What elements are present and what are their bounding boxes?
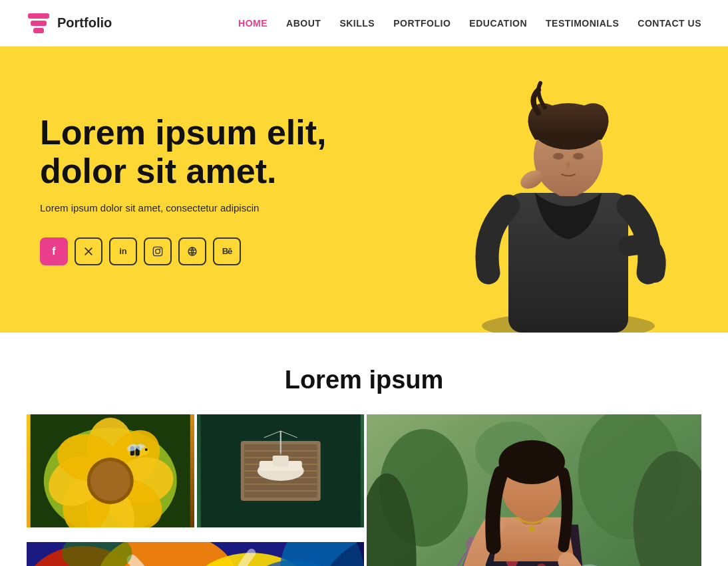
dribbble-icon — [187, 246, 198, 257]
nav-about[interactable]: ABOUT — [286, 18, 321, 29]
instagram-icon — [152, 246, 163, 257]
svg-point-66 — [498, 440, 564, 484]
svg-point-23 — [91, 461, 130, 501]
hero-title: Lorem ipsum elit, dolor sit amet. — [40, 114, 327, 190]
portfolio-title: Lorem ipsum — [27, 366, 701, 394]
hero-image — [409, 47, 728, 333]
svg-point-31 — [145, 448, 148, 451]
portfolio-item-3[interactable] — [367, 414, 701, 566]
logo-text: Portfolio — [57, 15, 112, 31]
svg-point-2 — [160, 248, 161, 249]
logo-layer-1 — [28, 13, 49, 19]
svg-point-9 — [553, 153, 564, 160]
portfolio-item-1[interactable] — [27, 414, 194, 527]
behance-button[interactable]: Bē — [213, 237, 241, 265]
hero-content: Lorem ipsum elit, dolor sit amet. Lorem … — [40, 114, 327, 265]
nav-skills[interactable]: SKILLS — [339, 18, 375, 29]
tattooed-woman-image — [367, 414, 701, 566]
social-icons: f in Bē — [40, 237, 327, 265]
main-nav: HOME ABOUT SKILLS PORTFOLIO EDUCATION TE… — [238, 18, 701, 29]
logo-layer-3 — [33, 28, 44, 33]
hero-subtitle: Lorem ipsum dolor sit amet, consectetur … — [40, 202, 327, 213]
hero-section: Lorem ipsum elit, dolor sit amet. Lorem … — [0, 47, 728, 333]
svg-rect-48 — [272, 456, 288, 466]
nav-portfolio[interactable]: PORTFOLIO — [393, 18, 451, 29]
facebook-button[interactable]: f — [40, 237, 68, 265]
svg-point-67 — [529, 526, 535, 532]
logo-layer-2 — [31, 21, 47, 26]
aerial-dock-image — [197, 414, 365, 527]
portfolio-section: Lorem ipsum — [0, 333, 728, 566]
nav-education[interactable]: EDUCATION — [469, 18, 527, 29]
nav-testimonials[interactable]: TESTIMONIALS — [546, 18, 619, 29]
nav-home[interactable]: HOME — [238, 18, 268, 29]
abstract-painting-image — [27, 542, 364, 566]
svg-point-81 — [62, 542, 132, 566]
svg-point-10 — [573, 153, 584, 160]
instagram-button[interactable] — [144, 237, 172, 265]
linkedin-button[interactable]: in — [109, 237, 137, 265]
svg-point-1 — [156, 249, 160, 253]
flower-bee-image — [27, 414, 194, 527]
header: Portfolio HOME ABOUT SKILLS PORTFOLIO ED… — [0, 0, 728, 47]
dribbble-button[interactable] — [178, 237, 206, 265]
portfolio-item-4[interactable] — [27, 542, 364, 566]
svg-rect-0 — [153, 247, 162, 255]
logo[interactable]: Portfolio — [27, 11, 112, 35]
logo-icon — [27, 11, 51, 35]
portfolio-item-2[interactable] — [197, 414, 365, 527]
nav-contact[interactable]: CONTACT US — [637, 18, 701, 29]
twitter-button[interactable] — [75, 237, 102, 265]
twitter-icon — [83, 246, 94, 257]
hero-person-illustration — [442, 47, 695, 333]
svg-point-30 — [141, 447, 149, 455]
portfolio-grid — [27, 414, 701, 566]
svg-point-3 — [188, 247, 196, 255]
